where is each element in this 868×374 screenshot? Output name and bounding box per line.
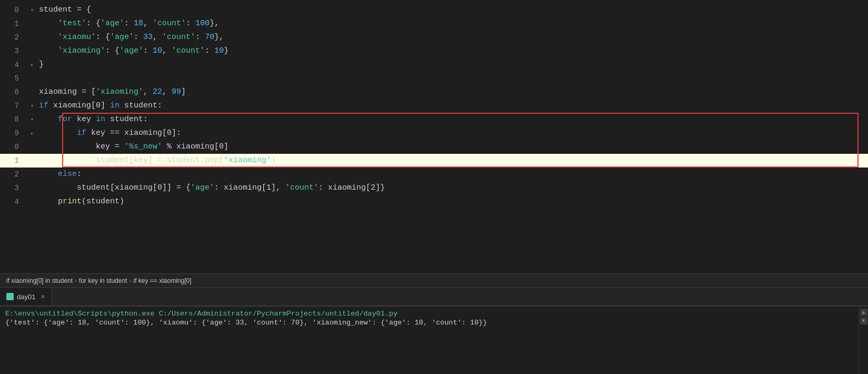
line-gutter: ▸ — [27, 126, 37, 140]
line-gutter — [27, 17, 37, 31]
tab-close-button[interactable]: × — [41, 292, 45, 301]
line-content: if key == xiaoming[0]: — [37, 126, 868, 140]
terminal-scrollbar[interactable]: ▲ ▼ — [859, 307, 868, 374]
line-gutter — [27, 168, 37, 181]
line-number: 5 — [0, 72, 27, 85]
code-line: 0 key = '%s_new' % xiaoming[0] — [0, 140, 868, 154]
tab-day01[interactable]: day01 × — [0, 287, 52, 306]
code-line: 1 'test': {'age': 18, 'count': 100}, — [0, 17, 868, 31]
line-number: 8 — [0, 113, 27, 126]
terminal-output: {'test': {'age': 18, 'count': 100}, 'xia… — [5, 319, 853, 327]
line-gutter — [27, 72, 37, 85]
fold-icon[interactable]: ▾ — [31, 103, 34, 109]
line-content: student[key] = student.pop('xiaoming') — [37, 154, 868, 168]
scroll-down-button[interactable]: ▼ — [860, 317, 867, 324]
line-content: student[xiaoming[0]] = {'age': xiaoming[… — [37, 181, 868, 195]
code-line: 3 student[xiaoming[0]] = {'age': xiaomin… — [0, 181, 868, 195]
terminal-panel: E:\envs\untitled\Scripts\python.exe C:/U… — [0, 306, 868, 374]
breadcrumb-item-3[interactable]: if key == xiaoming[0] — [133, 277, 191, 284]
line-number: 1 — [0, 17, 27, 31]
line-gutter — [27, 181, 37, 195]
line-number: 9 — [0, 126, 27, 140]
fold-icon[interactable]: ▾ — [31, 7, 34, 13]
line-gutter — [27, 31, 37, 44]
line-gutter — [27, 195, 37, 209]
line-content: else: — [37, 168, 868, 181]
fold-icon[interactable]: ▾ — [31, 116, 34, 123]
code-line: 7▾if xiaoming[0] in student: — [0, 99, 868, 113]
line-number: 3 — [0, 181, 27, 195]
line-content: 'xiaoming': {'age': 10, 'count': 10} — [37, 44, 868, 58]
line-content — [37, 72, 868, 85]
editor-area: 0▾student = {1 'test': {'age': 18, 'coun… — [0, 0, 868, 273]
line-content: print(student) — [37, 195, 868, 209]
code-line: 2 else: — [0, 168, 868, 181]
line-gutter — [27, 44, 37, 58]
line-number: 2 — [0, 31, 27, 44]
lines-wrapper: 0▾student = {1 'test': {'age': 18, 'coun… — [0, 3, 868, 209]
code-line: 4▸} — [0, 58, 868, 72]
line-gutter: ▾ — [27, 3, 37, 17]
fold-icon[interactable]: ▸ — [31, 62, 34, 68]
line-gutter — [27, 85, 37, 99]
line-number: 0 — [0, 3, 27, 17]
tab-bar: day01 × — [0, 287, 868, 306]
tab-file-icon — [6, 293, 14, 300]
terminal-command: E:\envs\untitled\Scripts\python.exe C:/U… — [5, 310, 853, 318]
line-gutter — [27, 154, 37, 168]
breadcrumb-item-2[interactable]: for key in student — [79, 277, 127, 284]
fold-icon[interactable]: ▸ — [31, 130, 34, 136]
line-number: 4 — [0, 58, 27, 72]
line-content: if xiaoming[0] in student: — [37, 99, 868, 113]
code-line: 1 student[key] = student.pop('xiaoming') — [0, 154, 868, 168]
breadcrumb-item-1[interactable]: if xiaoming[0] in student — [6, 277, 73, 284]
tab-label: day01 — [17, 293, 35, 301]
code-line: 4 print(student) — [0, 195, 868, 209]
code-line: 9▸ if key == xiaoming[0]: — [0, 126, 868, 140]
line-content: for key in student: — [37, 113, 868, 126]
terminal-content: E:\envs\untitled\Scripts\python.exe C:/U… — [0, 307, 859, 374]
line-content: 'test': {'age': 18, 'count': 100}, — [37, 17, 868, 31]
code-container: 0▾student = {1 'test': {'age': 18, 'coun… — [0, 0, 868, 209]
line-content: xiaoming = ['xiaoming', 22, 99] — [37, 85, 868, 99]
line-number: 3 — [0, 44, 27, 58]
line-number: 0 — [0, 140, 27, 154]
line-content: 'xiaomu': {'age': 33, 'count': 70}, — [37, 31, 868, 44]
scroll-up-button[interactable]: ▲ — [860, 309, 867, 316]
line-gutter — [27, 140, 37, 154]
line-gutter: ▸ — [27, 58, 37, 72]
line-content: } — [37, 58, 868, 72]
code-line: 8▾ for key in student: — [0, 113, 868, 126]
code-line: 2 'xiaomu': {'age': 33, 'count': 70}, — [0, 31, 868, 44]
line-number: 2 — [0, 168, 27, 181]
breadcrumb-bar: if xiaoming[0] in student › for key in s… — [0, 273, 868, 287]
code-line: 0▾student = { — [0, 3, 868, 17]
line-number: 4 — [0, 195, 27, 209]
line-number: 7 — [0, 99, 27, 113]
line-gutter: ▾ — [27, 99, 37, 113]
line-number: 6 — [0, 85, 27, 99]
line-gutter: ▾ — [27, 113, 37, 126]
line-number: 1 — [0, 154, 27, 168]
code-line: 6xiaoming = ['xiaoming', 22, 99] — [0, 85, 868, 99]
code-line: 5 — [0, 72, 868, 85]
code-line: 3 'xiaoming': {'age': 10, 'count': 10} — [0, 44, 868, 58]
line-content: key = '%s_new' % xiaoming[0] — [37, 140, 868, 154]
line-content: student = { — [37, 3, 868, 17]
